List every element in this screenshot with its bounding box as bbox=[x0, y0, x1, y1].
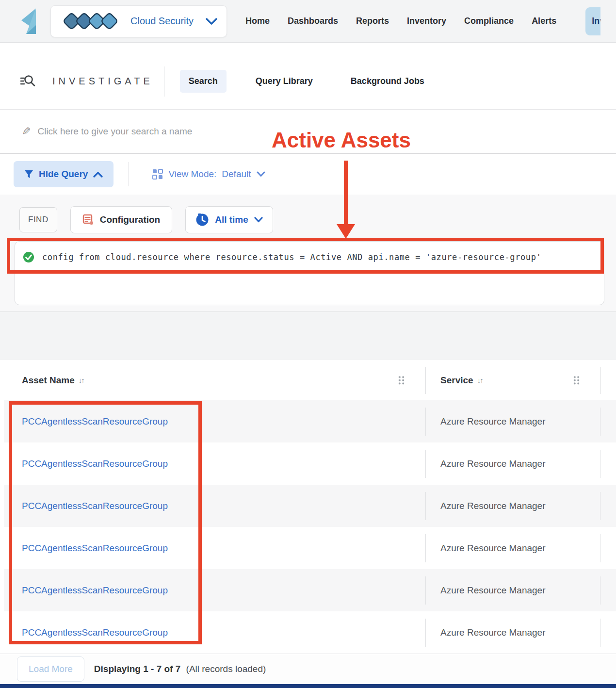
top-nav: Cloud Security Home Dashboards Reports I… bbox=[0, 0, 616, 43]
hide-query-label: Hide Query bbox=[39, 169, 88, 180]
cell-divider bbox=[600, 408, 600, 436]
query-section: FIND Configuration Al bbox=[0, 195, 616, 312]
page-title: INVESTIGATE bbox=[52, 76, 153, 87]
view-mode-selector[interactable]: View Mode: Default bbox=[152, 169, 265, 180]
query-line: config from cloud.resource where resourc… bbox=[15, 242, 604, 263]
nav-item-investigate-active[interactable]: Inv bbox=[585, 7, 600, 35]
cell-divider bbox=[600, 450, 600, 478]
query-editor[interactable]: config from cloud.resource where resourc… bbox=[15, 241, 604, 305]
divider bbox=[164, 66, 164, 97]
chevron-up-icon bbox=[93, 171, 103, 178]
nav-item-home[interactable]: Home bbox=[245, 16, 270, 26]
nav-item-inventory[interactable]: Inventory bbox=[407, 16, 446, 26]
query-text[interactable]: config from cloud.resource where resourc… bbox=[42, 252, 541, 262]
column-drag-handle-icon[interactable] bbox=[573, 376, 580, 385]
service-cell: Azure Resource Manager bbox=[426, 501, 546, 511]
cell-divider bbox=[600, 492, 600, 520]
service-cell: Azure Resource Manager bbox=[426, 459, 546, 469]
investigate-header: INVESTIGATE Search Query Library Backgro… bbox=[0, 43, 616, 110]
service-cell: Azure Resource Manager bbox=[426, 543, 546, 554]
investigate-tabs: Search Query Library Background Jobs bbox=[180, 70, 433, 93]
product-switcher[interactable]: Cloud Security bbox=[50, 5, 227, 37]
view-mode-label: View Mode: bbox=[168, 169, 216, 180]
main-nav: Home Dashboards Reports Inventory Compli… bbox=[245, 7, 600, 35]
asset-name-link[interactable]: PCCAgentlessScanResourceGroup bbox=[22, 501, 168, 511]
cell-divider bbox=[600, 534, 600, 562]
asset-name-link[interactable]: PCCAgentlessScanResourceGroup bbox=[22, 543, 168, 553]
table-row[interactable]: PCCAgentlessScanResourceGroup Azure Reso… bbox=[4, 611, 616, 654]
column-drag-handle-icon[interactable] bbox=[398, 376, 405, 385]
nav-item-compliance[interactable]: Compliance bbox=[464, 16, 514, 26]
pencil-icon: ✎ bbox=[22, 125, 31, 138]
time-range-label: All time bbox=[215, 214, 248, 225]
chevron-down-icon bbox=[254, 217, 263, 223]
filter-icon bbox=[24, 170, 33, 179]
tab-query-library[interactable]: Query Library bbox=[247, 70, 322, 93]
view-mode-value: Default bbox=[222, 169, 251, 180]
nav-item-alerts[interactable]: Alerts bbox=[532, 16, 556, 26]
hide-query-button[interactable]: Hide Query bbox=[14, 161, 113, 187]
service-cell: Azure Resource Manager bbox=[426, 416, 546, 427]
section-gap bbox=[0, 312, 616, 360]
table-header-row: Asset Name ↓↑ Service ↓↑ bbox=[4, 360, 616, 400]
table-row[interactable]: PCCAgentlessScanResourceGroup Azure Reso… bbox=[4, 485, 616, 527]
table-footer: Load More Displaying 1 - 7 of 7 (All rec… bbox=[0, 654, 616, 684]
configuration-button[interactable]: Configuration bbox=[70, 206, 173, 233]
displaying-range: Displaying 1 - 7 of 7 bbox=[94, 664, 180, 674]
records-loaded-note: (All records loaded) bbox=[186, 664, 266, 674]
product-switcher-label: Cloud Security bbox=[130, 16, 205, 27]
column-header-asset-name[interactable]: Asset Name ↓↑ bbox=[4, 375, 425, 386]
view-mode-grid-icon bbox=[152, 169, 163, 180]
table-row[interactable]: PCCAgentlessScanResourceGroup Azure Reso… bbox=[4, 569, 616, 611]
query-buttons: FIND Configuration Al bbox=[0, 195, 616, 233]
nav-item-reports[interactable]: Reports bbox=[356, 16, 389, 26]
investigate-search-icon bbox=[19, 73, 36, 90]
record-count: Displaying 1 - 7 of 7 (All records loade… bbox=[94, 664, 266, 674]
service-cell: Azure Resource Manager bbox=[426, 627, 546, 638]
prisma-cloud-logo-icon bbox=[17, 8, 43, 35]
configuration-label: Configuration bbox=[100, 214, 161, 225]
clock-icon bbox=[195, 213, 209, 227]
divider bbox=[129, 162, 129, 186]
bottom-edge-bar bbox=[0, 684, 616, 688]
results-table: Asset Name ↓↑ Service ↓↑ PCCAgentlessSca… bbox=[4, 360, 616, 654]
sort-icon[interactable]: ↓↑ bbox=[79, 376, 84, 384]
search-name-input[interactable]: Click here to give your search a name bbox=[37, 126, 192, 137]
asset-name-link[interactable]: PCCAgentlessScanResourceGroup bbox=[22, 416, 168, 426]
column-header-service[interactable]: Service ↓↑ bbox=[426, 375, 600, 386]
chevron-down-icon bbox=[205, 17, 218, 25]
tab-search[interactable]: Search bbox=[180, 70, 227, 93]
asset-name-link[interactable]: PCCAgentlessScanResourceGroup bbox=[22, 459, 168, 469]
valid-query-check-icon bbox=[23, 251, 34, 263]
cell-divider bbox=[600, 619, 600, 647]
configuration-icon bbox=[82, 214, 94, 226]
table-row[interactable]: PCCAgentlessScanResourceGroup Azure Reso… bbox=[4, 400, 616, 442]
table-row[interactable]: PCCAgentlessScanResourceGroup Azure Reso… bbox=[4, 527, 616, 569]
asset-name-link[interactable]: PCCAgentlessScanResourceGroup bbox=[22, 585, 168, 595]
search-name-row: ✎ Click here to give your search a name bbox=[0, 110, 616, 154]
nav-item-dashboards[interactable]: Dashboards bbox=[288, 16, 338, 26]
load-more-button[interactable]: Load More bbox=[17, 656, 84, 682]
chevron-down-icon bbox=[257, 171, 265, 177]
cloud-security-modules-icon bbox=[62, 12, 125, 31]
column-divider bbox=[600, 367, 601, 394]
asset-name-link[interactable]: PCCAgentlessScanResourceGroup bbox=[22, 627, 168, 638]
cell-divider bbox=[600, 576, 600, 605]
query-toolbar: Hide Query View Mode: Default bbox=[0, 154, 616, 195]
tab-background-jobs[interactable]: Background Jobs bbox=[342, 70, 433, 93]
table-row[interactable]: PCCAgentlessScanResourceGroup Azure Reso… bbox=[4, 442, 616, 485]
find-button[interactable]: FIND bbox=[19, 207, 57, 232]
sort-icon[interactable]: ↓↑ bbox=[477, 376, 483, 384]
service-cell: Azure Resource Manager bbox=[426, 585, 546, 596]
time-range-button[interactable]: All time bbox=[185, 206, 273, 233]
